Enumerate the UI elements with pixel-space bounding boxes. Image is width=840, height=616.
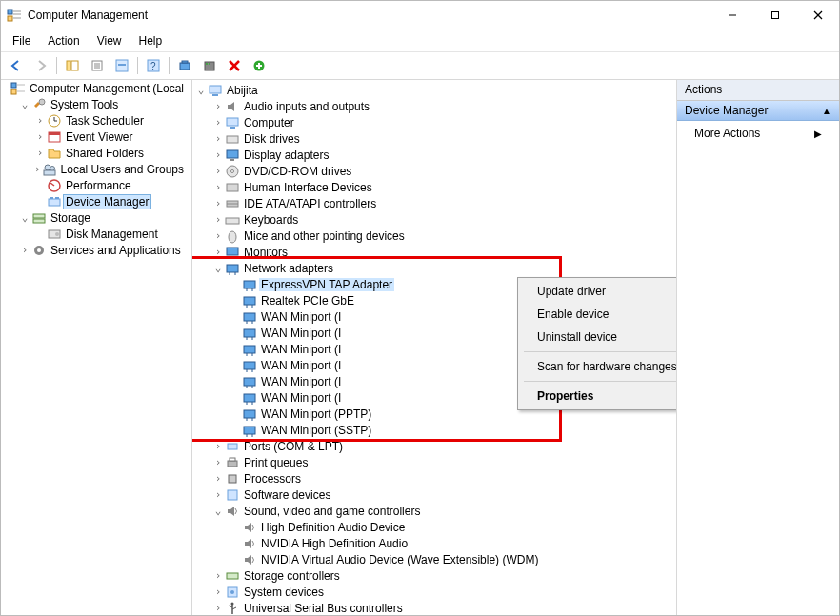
device-tree[interactable]: ⌄ Abijita ›Audio inputs and outputs›Comp… <box>192 80 677 615</box>
expander-icon[interactable]: › <box>211 569 225 583</box>
actions-section[interactable]: Device Manager ▲ <box>677 101 839 121</box>
device-item-label: Sound, video and game controllers <box>242 505 422 518</box>
expander-icon[interactable]: › <box>33 114 47 128</box>
more-actions-item[interactable]: More Actions ▶ <box>677 121 839 146</box>
menubar: File Action View Help <box>1 30 839 52</box>
expander-icon[interactable]: › <box>211 229 225 243</box>
nav-back-button[interactable] <box>5 54 28 77</box>
tree-item[interactable]: Device Manager <box>1 193 191 209</box>
uninstall-button[interactable] <box>223 54 246 77</box>
show-hide-tree-button[interactable] <box>61 54 84 77</box>
expander-icon[interactable]: › <box>211 456 225 469</box>
expander-icon[interactable]: › <box>33 163 42 176</box>
device-item[interactable]: WAN Miniport (SSTP) <box>192 422 676 438</box>
context-menu[interactable]: Update driverEnable deviceUninstall devi… <box>517 277 677 410</box>
expander-icon[interactable]: › <box>211 472 225 486</box>
close-button[interactable] <box>796 1 839 30</box>
context-menu-item[interactable]: Enable device <box>520 303 677 326</box>
device-item[interactable]: ›DVD/CD-ROM drives <box>192 163 676 179</box>
expander-icon[interactable]: › <box>33 147 47 160</box>
tree-item[interactable]: Disk Management <box>1 226 191 242</box>
tree-root[interactable]: Computer Management (Local <box>1 80 191 96</box>
device-item[interactable]: ›Print queues <box>192 454 676 470</box>
expander-icon[interactable]: › <box>211 602 225 615</box>
maximize-button[interactable] <box>753 1 796 30</box>
device-item[interactable]: ›Display adapters <box>192 147 676 163</box>
minimize-button[interactable] <box>710 1 753 30</box>
device-item[interactable]: ⌄Sound, video and game controllers <box>192 503 676 519</box>
expander-icon[interactable]: › <box>211 246 225 259</box>
context-menu-item[interactable]: Update driver <box>520 280 677 303</box>
expander-icon[interactable]: › <box>33 130 47 144</box>
tree-item[interactable]: ›Services and Applications <box>1 242 191 258</box>
tree-item[interactable]: Performance <box>1 177 191 193</box>
expander-icon[interactable]: ⌄ <box>18 98 31 111</box>
help-button[interactable]: ? <box>142 54 165 77</box>
expander-icon[interactable]: › <box>211 149 225 162</box>
properties-button[interactable] <box>86 54 109 77</box>
expander-icon[interactable]: › <box>211 181 225 194</box>
svg-rect-95 <box>244 410 255 418</box>
menu-help[interactable]: Help <box>131 32 170 50</box>
expander-icon[interactable]: › <box>211 132 225 146</box>
net-icon <box>242 407 257 422</box>
svg-rect-55 <box>227 118 238 126</box>
update-driver-button[interactable] <box>198 54 221 77</box>
device-item[interactable]: ⌄Network adapters <box>192 260 676 276</box>
svg-rect-10 <box>71 61 78 70</box>
device-item[interactable]: ›Mice and other pointing devices <box>192 228 676 244</box>
console-tree[interactable]: Computer Management (Local ⌄System Tools… <box>1 80 192 615</box>
expander-icon[interactable]: › <box>18 244 31 257</box>
device-item[interactable]: ›Audio inputs and outputs <box>192 98 676 114</box>
expander-icon[interactable]: › <box>211 586 225 599</box>
menu-view[interactable]: View <box>90 32 130 50</box>
nav-forward-button[interactable] <box>30 54 52 77</box>
context-menu-item[interactable]: Properties <box>520 385 677 407</box>
device-item[interactable]: ›Monitors <box>192 244 676 260</box>
device-item[interactable]: ›Storage controllers <box>192 567 676 584</box>
svg-rect-103 <box>230 458 235 461</box>
expander-icon[interactable]: ⌄ <box>211 262 225 275</box>
expander-icon[interactable]: › <box>211 165 225 178</box>
tree-item[interactable]: ›Event Viewer <box>1 129 191 145</box>
tree-item[interactable]: ›Local Users and Groups <box>1 161 191 177</box>
tree-item-label: Storage <box>49 211 92 225</box>
enable-button[interactable] <box>248 54 270 77</box>
device-root[interactable]: ⌄ Abijita <box>192 82 676 98</box>
device-item[interactable]: NVIDIA Virtual Audio Device (Wave Extens… <box>192 551 676 567</box>
expander-icon[interactable]: ⌄ <box>194 84 208 97</box>
svg-rect-102 <box>228 461 237 467</box>
device-item[interactable]: ›Universal Serial Bus controllers <box>192 600 676 615</box>
device-item[interactable]: ›Computer <box>192 114 676 130</box>
expander-icon[interactable]: › <box>211 213 225 227</box>
submenu-arrow-icon: ▶ <box>814 129 822 139</box>
device-item[interactable]: ›IDE ATA/ATAPI controllers <box>192 195 676 211</box>
device-item[interactable]: ›Software devices <box>192 487 676 503</box>
menu-action[interactable]: Action <box>40 32 87 50</box>
tree-item[interactable]: ⌄Storage <box>1 209 191 226</box>
menu-file[interactable]: File <box>5 32 38 50</box>
expander-icon[interactable]: › <box>211 197 225 210</box>
expander-icon[interactable]: › <box>211 488 225 502</box>
device-item[interactable]: ›Disk drives <box>192 130 676 147</box>
expander-icon[interactable]: ⌄ <box>18 211 31 225</box>
device-item[interactable]: NVIDIA High Definition Audio <box>192 535 676 551</box>
device-item[interactable]: ›Ports (COM & LPT) <box>192 438 676 454</box>
storage-icon <box>31 210 47 226</box>
device-item[interactable]: High Definition Audio Device <box>192 519 676 535</box>
device-item[interactable]: ›Processors <box>192 470 676 487</box>
scan-hardware-button[interactable] <box>173 54 196 77</box>
context-menu-item[interactable]: Uninstall device <box>520 326 677 348</box>
device-item[interactable]: ›Human Interface Devices <box>192 179 676 195</box>
expander-icon[interactable]: › <box>211 440 225 453</box>
expander-icon[interactable]: ⌄ <box>211 505 225 518</box>
expander-icon[interactable]: › <box>211 100 225 113</box>
tree-item[interactable]: ›Task Scheduler <box>1 112 191 129</box>
device-item[interactable]: ›System devices <box>192 584 676 600</box>
tree-item[interactable]: ›Shared Folders <box>1 145 191 161</box>
expander-icon[interactable]: › <box>211 116 225 129</box>
tree-item[interactable]: ⌄System Tools <box>1 96 191 112</box>
context-menu-item[interactable]: Scan for hardware changes <box>520 355 677 378</box>
view-button[interactable] <box>110 54 133 77</box>
device-item[interactable]: ›Keyboards <box>192 211 676 228</box>
